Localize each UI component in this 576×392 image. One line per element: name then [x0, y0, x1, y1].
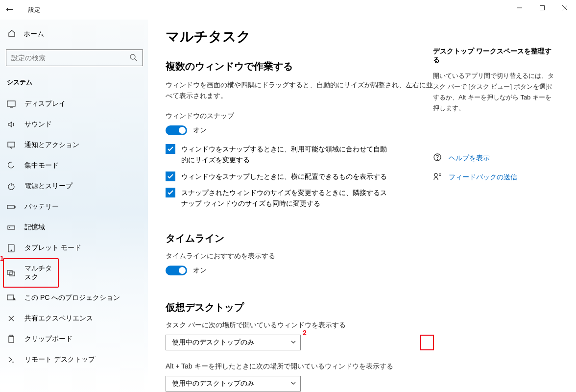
sidebar-item-label: サウンド [24, 120, 52, 129]
svg-point-16 [11, 250, 12, 251]
sidebar-item-label: 記憶域 [24, 223, 45, 232]
chevron-down-icon [290, 380, 296, 388]
page-title: マルチタスク [166, 27, 433, 46]
remote-icon [7, 355, 16, 364]
sidebar-item-sound[interactable]: サウンド [0, 114, 148, 135]
timeline-toggle-label: タイムラインにおすすめを表示する [166, 252, 433, 261]
multitasking-icon [7, 269, 16, 277]
snap-toggle-label: ウィンドウのスナップ [166, 112, 433, 121]
svg-rect-8 [8, 142, 15, 147]
storage-icon [7, 223, 16, 232]
vdesktop-label-1: タスク バーに次の場所で開いているウィンドウを表示する [166, 321, 433, 330]
power-icon [7, 182, 16, 191]
sidebar-item-battery[interactable]: バッテリー [0, 196, 148, 217]
svg-rect-11 [7, 205, 14, 209]
sidebar-item-label: リモート デスクトップ [24, 355, 95, 364]
sidebar-item-label: 通知とアクション [24, 141, 79, 149]
titlebar: 🠔 設定 [0, 0, 576, 20]
svg-point-14 [9, 227, 10, 228]
sidebar-item-focus[interactable]: 集中モード [0, 155, 148, 176]
sidebar-item-label: タブレット モード [24, 244, 81, 252]
annotation-2-box [420, 335, 434, 350]
snap-check-3[interactable] [166, 188, 175, 197]
sidebar-item-label: 電源とスリープ [24, 182, 72, 191]
battery-icon [7, 202, 16, 211]
window-title: 設定 [28, 6, 40, 14]
sidebar-item-tablet[interactable]: タブレット モード [0, 238, 148, 258]
sidebar-item-storage[interactable]: 記憶域 [0, 217, 148, 238]
svg-rect-6 [7, 101, 15, 106]
home-label: ホーム [24, 30, 44, 39]
vdesktop-select-2-value: 使用中のデスクトップのみ [172, 379, 254, 388]
vdesktop-select-1[interactable]: 使用中のデスクトップのみ [166, 335, 301, 350]
search-icon [129, 53, 137, 61]
svg-line-5 [135, 59, 137, 61]
svg-point-23 [437, 159, 437, 160]
snap-check-2[interactable] [166, 172, 175, 181]
snap-check-1-label: ウィンドウをスナップするときに、利用可能な領域に合わせて自動的にサイズを変更する [181, 144, 387, 165]
snap-check-1[interactable] [166, 144, 175, 154]
sidebar: ホーム システム ディスプレイ サウンド 通知とアクション 集中モード 電源とス… [0, 20, 148, 392]
vdesktop-heading: 仮想デスクトップ [166, 301, 433, 314]
sidebar-item-label: 共有エクスペリエンス [24, 314, 93, 323]
home-icon [8, 29, 16, 39]
home-link[interactable]: ホーム [0, 25, 148, 43]
vdesktop-select-1-value: 使用中のデスクトップのみ [172, 338, 254, 347]
vdesktop-label-2: Alt + Tab キーを押したときに次の場所で開いているウィンドウを表示する [166, 362, 433, 371]
window-controls [508, 0, 576, 16]
svg-point-4 [130, 54, 135, 59]
sidebar-item-label: マルチタスク [24, 264, 55, 282]
timeline-toggle-state: オン [193, 266, 207, 275]
notification-icon [7, 141, 16, 149]
sidebar-item-label: この PC へのプロジェクション [24, 294, 120, 302]
feedback-label: フィードバックの送信 [449, 173, 517, 182]
annotation-2: 2 [303, 329, 307, 337]
sidebar-item-display[interactable]: ディスプレイ [0, 94, 148, 114]
snap-check-3-label: スナップされたウィンドウのサイズを変更するときに、隣接するスナップ ウィンドウの… [181, 188, 387, 209]
sidebar-item-label: バッテリー [24, 202, 59, 211]
search-input[interactable] [6, 49, 143, 66]
help-label: ヘルプを表示 [449, 154, 490, 163]
focus-icon [7, 161, 16, 170]
sidebar-item-projection[interactable]: この PC へのプロジェクション [0, 288, 148, 308]
related-desc: 開いているアプリ間で切り替えるには、タスク バーで [タスク ビュー] ボタンを… [433, 71, 555, 114]
vdesktop-select-2[interactable]: 使用中のデスクトップのみ [166, 376, 301, 392]
display-icon [7, 99, 16, 108]
help-link[interactable]: ヘルプを表示 [433, 153, 555, 163]
svg-rect-12 [14, 206, 15, 208]
sidebar-item-remote[interactable]: リモート デスクトップ [0, 349, 148, 370]
sidebar-item-label: ディスプレイ [24, 99, 66, 108]
related-heading: デスクトップ ワークスペースを整理する [433, 47, 555, 65]
help-icon [433, 153, 442, 163]
sound-icon [7, 120, 16, 129]
svg-rect-20 [9, 336, 14, 343]
snap-toggle[interactable] [166, 125, 187, 135]
close-button[interactable] [553, 0, 576, 16]
maximize-button[interactable] [531, 0, 553, 16]
minimize-button[interactable] [508, 0, 531, 16]
snap-desc: ウィンドウを画面の横や四隅にドラッグすると、自動的にサイズが調整され、左右に並べ… [166, 80, 433, 101]
sidebar-item-label: クリップボード [24, 335, 72, 343]
sidebar-item-shared[interactable]: 共有エクスペリエンス [0, 308, 148, 329]
sidebar-item-label: 集中モード [24, 161, 59, 170]
section-label: システム [0, 75, 148, 94]
tablet-icon [7, 244, 16, 252]
sidebar-item-clipboard[interactable]: クリップボード [0, 329, 148, 349]
feedback-icon [433, 172, 442, 182]
feedback-link[interactable]: フィードバックの送信 [433, 172, 555, 182]
snap-toggle-state: オン [193, 126, 207, 135]
sidebar-item-multitasking[interactable]: マルチタスク [3, 258, 59, 288]
shared-icon [7, 314, 16, 323]
snap-check-2-label: ウィンドウをスナップしたときに、横に配置できるものを表示する [181, 172, 387, 182]
svg-point-24 [434, 173, 437, 176]
sidebar-item-notifications[interactable]: 通知とアクション [0, 135, 148, 155]
back-button[interactable]: 🠔 [0, 5, 20, 14]
timeline-heading: タイムライン [166, 232, 433, 245]
snap-heading: 複数のウィンドウで作業する [166, 60, 433, 73]
annotation-1: 1 [0, 254, 4, 262]
timeline-toggle[interactable] [166, 266, 187, 275]
chevron-down-icon [290, 339, 296, 346]
svg-rect-19 [7, 295, 14, 300]
projection-icon [7, 294, 16, 302]
sidebar-item-power[interactable]: 電源とスリープ [0, 176, 148, 196]
